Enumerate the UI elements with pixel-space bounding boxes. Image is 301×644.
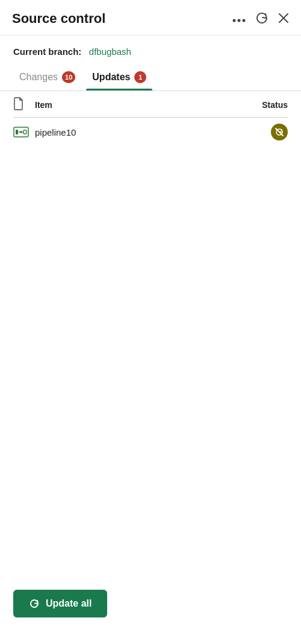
update-all-icon [29,598,40,609]
tabs: Changes 10 Updates 1 [0,63,301,90]
page-title: Source control [12,11,232,27]
branch-name: dfbugbash [89,46,131,57]
more-icon[interactable] [232,13,246,24]
update-all-button[interactable]: Update all [13,590,107,617]
row-pipeline-icon [13,124,35,140]
table-item-col-header: Item [35,100,252,110]
svg-rect-6 [16,130,18,134]
tab-updates[interactable]: Updates 1 [86,66,152,90]
branch-row: Current branch: dfbugbash [0,36,301,63]
refresh-icon[interactable] [255,11,268,27]
row-status [252,124,288,140]
svg-point-0 [233,19,236,22]
tab-changes-badge: 10 [62,71,75,83]
header: Source control [0,0,301,36]
table-row[interactable]: pipeline10 [0,118,301,147]
svg-point-2 [243,19,246,22]
table-icon-col [13,97,35,112]
file-header-icon [13,97,24,110]
update-all-label: Update all [46,598,92,609]
row-item-name: pipeline10 [35,127,252,137]
table-status-col-header: Status [252,100,288,110]
tab-updates-badge: 1 [134,71,146,83]
close-icon[interactable] [278,13,289,25]
tab-changes-label: Changes [19,72,58,83]
tab-changes[interactable]: Changes 10 [13,66,81,90]
branch-label: Current branch: [13,46,81,57]
svg-point-1 [238,19,241,22]
table-header: Item Status [0,91,301,117]
tab-updates-label: Updates [92,72,130,83]
header-actions [232,11,289,27]
status-conflict-icon [271,124,288,140]
